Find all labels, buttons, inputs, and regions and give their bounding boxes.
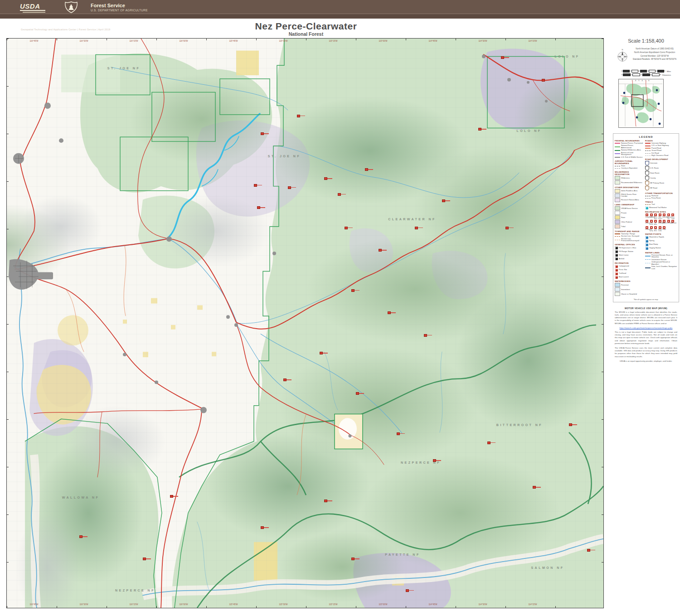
- legend-swatch-dash: [615, 166, 620, 166]
- legend-symbol-label: Lodge: [662, 229, 666, 230]
- recreation-site-icon: [324, 177, 327, 180]
- recreation-site-icon: [542, 79, 545, 82]
- legend-section-title: WATER LINES: [645, 252, 677, 254]
- mvum-notice: MOTOR VEHICLE USE MAP (MVUM) The MVUM is…: [613, 307, 679, 362]
- scale-text: Scale 1:158,400: [613, 38, 679, 44]
- recreation-site-icon: [170, 495, 173, 498]
- coordinate-tick-label: 116°00'W: [179, 603, 188, 606]
- legend-item-label: Research Natural Area: [621, 199, 639, 201]
- map-subtitle: National Forest: [0, 31, 612, 37]
- recreation-symbol-icon: [654, 213, 657, 216]
- projection-note-line: Central Meridian: 115°30'00"W: [632, 54, 677, 58]
- forest-name-label: LOLO NF: [516, 129, 541, 132]
- legend-item: County: [645, 176, 677, 180]
- legend-symbol-cell: Snowmobile: [658, 220, 662, 225]
- legend-item-label: Intermittent: [621, 289, 630, 291]
- recreation-symbol-icon: [659, 213, 661, 216]
- coordinate-tick-label: 116°00'W: [179, 40, 188, 42]
- legend-item: Airfield: [615, 257, 643, 260]
- legend-section: GENERAL OFFICESFS Supervisor's OfficeFS …: [615, 243, 643, 260]
- legend-item-label: Motorized Trail Marker: [649, 207, 667, 209]
- scalebar-number: 5: [665, 70, 665, 72]
- legend-swatch-dash: [645, 153, 651, 154]
- legend-item: Private: [615, 211, 643, 215]
- recreation-site-icon: [351, 558, 355, 560]
- legend-item-label: NF Primary Route: [650, 182, 664, 184]
- recreation-site-icon: [442, 199, 445, 202]
- legend-item: Motorized Trail Marker: [645, 206, 677, 209]
- coordinate-tick-label: 115°30'W: [279, 603, 287, 606]
- scalebar-segment: [649, 70, 656, 73]
- recreation-site-icon: [505, 227, 509, 229]
- legend-item: NF Road: [645, 186, 677, 190]
- legend-symbol-cell: OHV Area: [654, 226, 657, 232]
- legend-item: Idaho Roadless Area: [615, 189, 643, 193]
- legend-item-label: Other Federal: [621, 221, 632, 223]
- legend-section-title: GENERAL OFFICES: [615, 243, 643, 246]
- compass-rose-icon: N: [616, 48, 629, 63]
- recreation-site-icon: [351, 289, 355, 292]
- recreation-site-icon: [345, 227, 348, 229]
- legend-swatch-chip: [615, 206, 620, 210]
- legend-item-label: Boat Ramp: [649, 243, 658, 245]
- scalebar-number: 1: [630, 70, 631, 72]
- coordinate-tick-label: 114°30'W: [478, 603, 487, 606]
- legend-item-label: Waterfall or Rapids: [649, 236, 664, 238]
- mvum-link[interactable]: https://www.fs.usda.gov/main/nezpercecle…: [615, 327, 677, 329]
- legend-item: U.S. or State Highway: [645, 145, 677, 146]
- recreation-symbol-icon: [659, 226, 661, 229]
- legend-symbol-label: OHV Area: [654, 229, 657, 232]
- legend-swatch-chip: [615, 283, 620, 287]
- mvum-title: MOTOR VEHICLE USE MAP (MVUM): [615, 307, 677, 310]
- legend-symbol-label: Information: [667, 223, 670, 224]
- projection-note-line: Standard Parallels: 45°50'00"N and 46°50…: [632, 58, 677, 61]
- legend-item: High Clearance Road: [645, 155, 677, 156]
- legend-swatch-icon: [615, 272, 618, 275]
- recreation-site-icon: [501, 56, 504, 59]
- recreation-site-icon: [297, 115, 300, 117]
- legend-swatch-line: [645, 146, 651, 146]
- legend-symbol-label: Swimming: [662, 217, 666, 218]
- legend-item-label: Tribal: [621, 226, 626, 228]
- coordinate-tick-label: 114°15'W: [528, 40, 537, 42]
- scalebar-unit: Kilometers: [662, 74, 671, 76]
- forest-name-label: BITTERROOT NF: [496, 423, 543, 427]
- legend-item: Recommended Wilderness: [615, 180, 643, 184]
- coordinate-tick-label: 115°00'W: [379, 40, 387, 42]
- legend-item-label: Work Center: [619, 254, 629, 256]
- legend-item: Gaging Station: [645, 247, 677, 250]
- legend-item: Boat Launch: [615, 276, 643, 279]
- recreation-site-icon: [587, 549, 590, 552]
- legend-item: Trailhead: [615, 272, 643, 275]
- legend-item-label: National Forest, Administered: [621, 145, 643, 149]
- recreation-symbol-icon: [671, 213, 674, 216]
- legend-item-label: Spring: [649, 240, 654, 242]
- legend-section-title: TRAILS: [645, 201, 677, 203]
- scalebar-number: 2: [631, 74, 632, 76]
- coordinate-tick-label: 114°15'W: [528, 603, 537, 606]
- legend-footnote: *Not all symbols appear on map.: [615, 299, 677, 301]
- legend-symbol-label: Boat Launch: [658, 217, 662, 219]
- coordinate-tick-label: 116°15'W: [129, 40, 138, 42]
- legend-swatch-chip: [615, 220, 620, 224]
- recreation-symbol-icon: [659, 220, 661, 223]
- inset-locator-map: C A N A D A: [618, 79, 664, 128]
- legend-swatch-chip: [615, 198, 620, 202]
- forest-service-shield-icon: [63, 1, 79, 13]
- legend-symbol-cell: Boat Launch: [658, 213, 662, 219]
- legend-item: Gravel Road: [645, 150, 677, 151]
- inset-map-artwork: [619, 79, 662, 126]
- legend-symbol-label: Hot Spring: [650, 229, 653, 232]
- legend-swatch-chip: [615, 292, 620, 296]
- recreation-symbol-icon: [650, 226, 653, 229]
- legend-symbol-cell: Group Camp: [658, 226, 662, 232]
- legend-left-column: FEDERAL BOUNDARIESNational Forest, Procl…: [615, 140, 643, 298]
- legend-item: Perennial Stream, River, or Shoreline: [645, 254, 677, 258]
- scalebar-number: 3: [647, 70, 648, 72]
- legend-swatch-line: [615, 233, 620, 234]
- legend-item-label: U.S. Route: [650, 167, 659, 169]
- legend-swatch-line: [615, 157, 620, 158]
- legend-item-label: U.S. Fish & Wildlife Service: [621, 156, 642, 158]
- legend-swatch-shield: [645, 186, 649, 190]
- legend-item: FS Ranger Station: [615, 250, 643, 253]
